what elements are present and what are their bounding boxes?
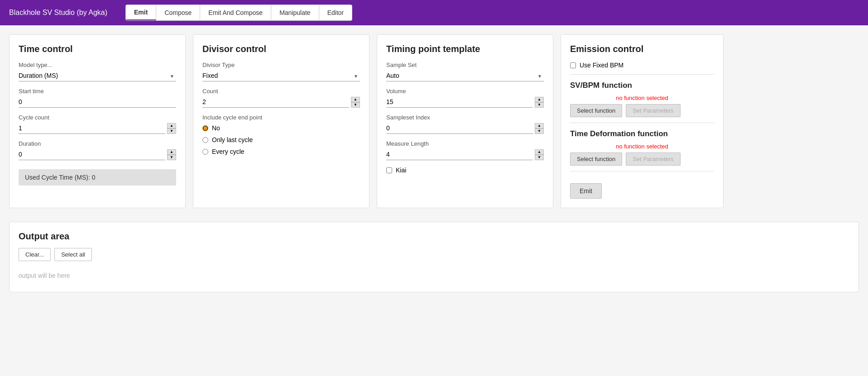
duration-input[interactable] (19, 149, 165, 160)
volume-down[interactable]: ▼ (535, 102, 544, 108)
cycle-count-input[interactable] (19, 123, 165, 134)
measure-length-down[interactable]: ▼ (535, 155, 544, 160)
tab-emit-and-compose[interactable]: Emit And Compose (200, 5, 271, 20)
clear-button[interactable]: Clear... (19, 248, 51, 261)
sv-bpm-function-row: Select function Set Parameters (570, 104, 714, 117)
measure-length-spinner: ▲ ▼ (386, 149, 544, 160)
cycle-count-up[interactable]: ▲ (167, 123, 176, 129)
model-type-select-wrapper[interactable]: Duration (MS) Fixed BPM SV Based (19, 70, 176, 81)
volume-spinner-buttons: ▲ ▼ (535, 97, 544, 108)
count-label: Count (202, 88, 360, 95)
output-title: Output area (19, 231, 849, 242)
model-type-group: Model type... Duration (MS) Fixed BPM SV… (19, 62, 176, 81)
include-cycle-group: Include cycle end point No Only last cyc… (202, 114, 360, 155)
radio-only-last-cycle[interactable]: Only last cycle (202, 136, 360, 143)
time-deformation-select-function-button[interactable]: Select function (570, 152, 622, 166)
header: Blackhole SV Studio (by Agka) Emit Compo… (0, 0, 868, 25)
time-control-title: Time control (19, 44, 176, 54)
radio-only-last-cycle-input[interactable] (202, 137, 208, 143)
start-time-input[interactable] (19, 96, 176, 108)
radio-no-label: No (212, 124, 220, 132)
count-down[interactable]: ▼ (351, 102, 360, 108)
count-up[interactable]: ▲ (351, 97, 360, 102)
use-fixed-bpm-group[interactable]: Use Fixed BPM (570, 62, 714, 69)
include-cycle-label: Include cycle end point (202, 114, 360, 121)
timing-point-title: Timing point template (386, 44, 544, 54)
emit-button[interactable]: Emit (570, 183, 602, 199)
divisor-type-select[interactable]: Fixed Variable (202, 70, 360, 81)
sample-set-select[interactable]: Auto Normal Soft Drum (386, 70, 544, 81)
measure-length-group: Measure Length ▲ ▼ (386, 140, 544, 160)
measure-length-spinner-buttons: ▲ ▼ (535, 149, 544, 160)
volume-spinner: ▲ ▼ (386, 96, 544, 108)
count-input[interactable] (202, 96, 349, 108)
kiai-group[interactable]: Kiai (386, 167, 544, 174)
main-content: Time control Model type... Duration (MS)… (0, 25, 868, 217)
sample-set-label: Sample Set (386, 62, 544, 68)
divisor-control-card: Divisor control Divisor Type Fixed Varia… (193, 34, 369, 208)
radio-only-last-cycle-label: Only last cycle (212, 136, 253, 143)
divider-3 (570, 171, 714, 171)
volume-label: Volume (386, 88, 544, 95)
sv-bpm-select-function-button[interactable]: Select function (570, 104, 622, 117)
duration-up[interactable]: ▲ (167, 149, 176, 155)
timing-point-card: Timing point template Sample Set Auto No… (377, 34, 553, 208)
volume-up[interactable]: ▲ (535, 97, 544, 102)
model-type-select[interactable]: Duration (MS) Fixed BPM SV Based (19, 70, 176, 81)
sampleset-index-input[interactable] (386, 123, 533, 134)
kiai-checkbox[interactable] (386, 167, 392, 173)
cycle-count-label: Cycle count (19, 114, 176, 121)
divisor-control-title: Divisor control (202, 44, 360, 54)
duration-group: Duration ▲ ▼ (19, 140, 176, 160)
output-section: Output area Clear... Select all output w… (9, 222, 859, 292)
time-deformation-set-params-button[interactable]: Set Parameters (626, 152, 680, 166)
duration-spinner-buttons: ▲ ▼ (167, 149, 176, 160)
sampleset-index-spinner-buttons: ▲ ▼ (535, 123, 544, 134)
model-type-label: Model type... (19, 62, 176, 68)
tab-manipulate[interactable]: Manipulate (271, 5, 319, 20)
radio-no-input[interactable] (202, 125, 208, 131)
sv-bpm-status: no function selected (570, 95, 714, 101)
divider-1 (570, 74, 714, 75)
tab-emit[interactable]: Emit (126, 5, 156, 20)
radio-every-cycle-input[interactable] (202, 149, 208, 155)
time-deformation-title: Time Deformation function (570, 129, 714, 138)
output-placeholder: output will be here (19, 268, 849, 283)
time-control-card: Time control Model type... Duration (MS)… (9, 34, 186, 208)
sampleset-index-up[interactable]: ▲ (535, 123, 544, 129)
used-cycle-time: Used Cycle Time (MS): 0 (19, 169, 176, 186)
sv-bpm-set-params-button[interactable]: Set Parameters (626, 104, 680, 117)
app-title-text: Blackhole SV Studio (9, 9, 75, 16)
emission-control-card: Emission control Use Fixed BPM SV/BPM fu… (561, 34, 724, 208)
cycle-count-spinner-buttons: ▲ ▼ (167, 123, 176, 134)
use-fixed-bpm-checkbox[interactable] (570, 62, 576, 68)
cycle-count-down[interactable]: ▼ (167, 129, 176, 134)
count-spinner-buttons: ▲ ▼ (351, 97, 360, 108)
cycle-count-group: Cycle count ▲ ▼ (19, 114, 176, 134)
radio-no[interactable]: No (202, 124, 360, 132)
time-deformation-status: no function selected (570, 143, 714, 150)
app-title: Blackhole SV Studio (by Agka) (9, 9, 107, 17)
tab-editor[interactable]: Editor (319, 5, 352, 20)
start-time-group: Start time (19, 88, 176, 108)
volume-input[interactable] (386, 96, 533, 108)
sampleset-index-down[interactable]: ▼ (535, 129, 544, 134)
used-cycle-time-value: 0 (92, 174, 96, 181)
count-spinner: ▲ ▼ (202, 96, 360, 108)
emission-control-title: Emission control (570, 44, 714, 54)
sampleset-index-spinner: ▲ ▼ (386, 123, 544, 134)
radio-every-cycle[interactable]: Every cycle (202, 148, 360, 155)
duration-down[interactable]: ▼ (167, 155, 176, 160)
used-cycle-time-label: Used Cycle Time (MS): (25, 174, 90, 181)
volume-group: Volume ▲ ▼ (386, 88, 544, 108)
measure-length-input[interactable] (386, 149, 533, 160)
select-all-button[interactable]: Select all (54, 248, 92, 261)
sampleset-index-label: Sampleset Index (386, 114, 544, 121)
divisor-type-select-wrapper[interactable]: Fixed Variable (202, 70, 360, 81)
sample-set-group: Sample Set Auto Normal Soft Drum (386, 62, 544, 81)
sample-set-select-wrapper[interactable]: Auto Normal Soft Drum (386, 70, 544, 81)
radio-group: No Only last cycle Every cycle (202, 124, 360, 155)
measure-length-up[interactable]: ▲ (535, 149, 544, 155)
divisor-type-group: Divisor Type Fixed Variable (202, 62, 360, 81)
tab-compose[interactable]: Compose (156, 5, 200, 20)
